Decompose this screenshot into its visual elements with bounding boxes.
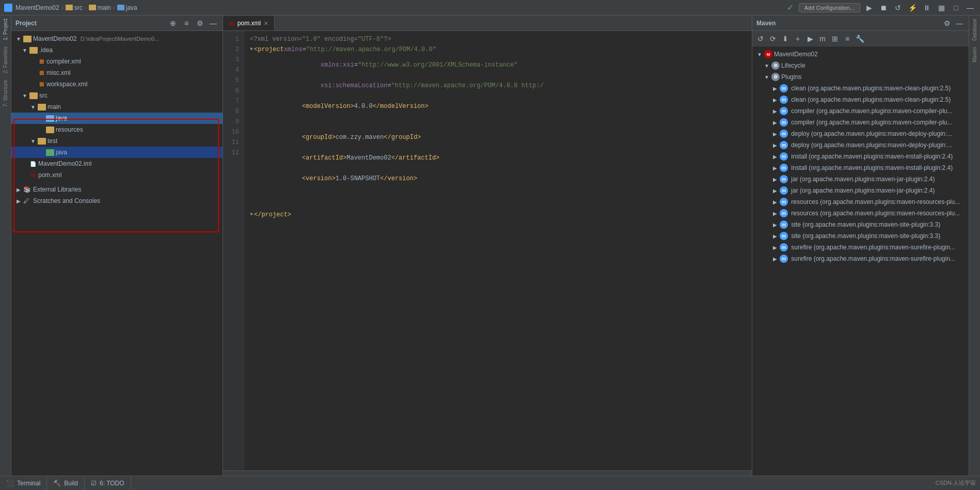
strip-structure-label[interactable]: 7: Structure — [3, 77, 8, 110]
pause-button[interactable]: ⏸ — [921, 2, 932, 13]
stop-button[interactable]: ⏹ — [878, 2, 889, 13]
horizontal-scrollbar[interactable] — [223, 470, 752, 476]
todo-tab[interactable]: ☑ 6: TODO — [85, 476, 131, 491]
build-tab[interactable]: 🔨 Build — [47, 476, 85, 491]
tree-item-iml[interactable]: 📄 MaventDemo02.iml — [11, 158, 223, 169]
maven-plugin-jar-1[interactable]: m jar (org.apache.maven.plugins:maven-ja… — [752, 173, 969, 185]
tab-close-pom[interactable]: × — [264, 19, 268, 27]
maven-plugin-install-1[interactable]: m install (org.apache.maven.plugins:mave… — [752, 151, 969, 162]
settings-button[interactable]: ⚙ — [195, 18, 205, 28]
tree-item-java[interactable]: java — [11, 113, 223, 124]
project-tree-wrapper: MaventDemo02 D:\ideaProject\MaventDemo0.… — [11, 31, 223, 476]
strip-database-label[interactable]: Database — [972, 15, 977, 44]
strip-favorites-label[interactable]: 2: Favorites — [3, 43, 8, 76]
breadcrumb-main: main — [98, 4, 111, 11]
maven-collapse-btn[interactable]: ≡ — [842, 34, 852, 44]
tree-item-src[interactable]: src — [11, 90, 223, 101]
maven-plugin-surefire-2[interactable]: m surefire (org.apache.maven.plugins:mav… — [752, 253, 969, 264]
maven-item-plugins[interactable]: ⚙ Plugins — [752, 71, 969, 83]
tree-item-workspace-xml[interactable]: ⊞ workspace.xml — [11, 78, 223, 90]
maven-plugins-label: Plugins — [781, 73, 801, 81]
run-button[interactable]: ▶ — [863, 2, 875, 13]
maven-item-root[interactable]: M MaventDemo02 — [752, 49, 969, 60]
debug-button[interactable]: ⚡ — [907, 2, 918, 13]
terminal-tab[interactable]: ⬛ Terminal — [0, 476, 47, 491]
tree-item-misc-xml[interactable]: ⊞ misc.xml — [11, 67, 223, 78]
maven-plugin-surefire-1[interactable]: m surefire (org.apache.maven.plugins:mav… — [752, 242, 969, 253]
maven-plugin-label-9: jar (org.apache.maven.plugins:maven-jar-… — [789, 176, 935, 183]
maven-run-btn[interactable]: ▶ — [805, 34, 815, 44]
tree-item-ext-libs[interactable]: 📚 External Libraries — [11, 184, 223, 195]
maven-plugin-label-1: clean (org.apache.maven.plugins:maven-cl… — [789, 85, 951, 92]
maven-plugin-compiler-1[interactable]: m compiler (org.apache.maven.plugins:mav… — [752, 105, 969, 117]
maven-download-btn[interactable]: ⬇ — [780, 34, 791, 44]
java-folder-icon — [117, 5, 124, 10]
maven-plugin-deploy-2[interactable]: m deploy (org.apache.maven.plugins:maven… — [752, 139, 969, 151]
tree-item-test-java[interactable]: java — [11, 147, 223, 158]
maven-close-button[interactable]: — — [954, 18, 965, 28]
maven-plugin-arrow-5 — [772, 131, 778, 137]
tree-label-main: main — [48, 103, 61, 110]
maven-plugin-arrow-13 — [772, 222, 778, 228]
maven-plugin-clean-1[interactable]: m clean (org.apache.maven.plugins:maven-… — [752, 83, 969, 94]
xml-file-icon: ⊞ — [38, 58, 45, 65]
maven-plugin-label-7: install (org.apache.maven.plugins:maven-… — [789, 153, 953, 160]
maven-add-btn[interactable]: + — [793, 34, 803, 44]
maven-plugin-site-2[interactable]: m site (org.apache.maven.plugins:maven-s… — [752, 230, 969, 242]
root-folder-icon — [23, 36, 31, 42]
maven-toggle-btn[interactable]: ⊞ — [830, 34, 840, 44]
maven-plugin-deploy-1[interactable]: m deploy (org.apache.maven.plugins:maven… — [752, 128, 969, 139]
code-line-11 — [250, 199, 746, 210]
tree-item-idea[interactable]: .idea — [11, 44, 223, 56]
strip-project-label[interactable]: 1: Project — [3, 15, 8, 43]
tree-item-pom[interactable]: m pom.xml — [11, 169, 223, 181]
rerun-button[interactable]: ↺ — [892, 2, 904, 13]
tree-item-main[interactable]: main — [11, 101, 223, 113]
tree-arrow-main — [30, 104, 36, 110]
tree-item-compiler-xml[interactable]: ⊞ compiler.xml — [11, 56, 223, 67]
maven-item-lifecycle[interactable]: ⚙ Lifecycle — [752, 60, 969, 71]
maven-plugin-icon-1: m — [780, 84, 788, 92]
maven-plugin-jar-2[interactable]: m jar (org.apache.maven.plugins:maven-ja… — [752, 185, 969, 196]
add-configuration-button[interactable]: Add Configuration... — [799, 3, 860, 12]
maven-plugin-arrow-12 — [772, 210, 778, 216]
editor-tab-pom[interactable]: m pom.xml × — [223, 16, 275, 30]
code-editor[interactable]: <?xml version="1.0" encoding="UTF-8"?> ▼… — [244, 31, 752, 470]
tree-item-root[interactable]: MaventDemo02 D:\ideaProject\MaventDemo0.… — [11, 33, 223, 44]
maven-plugin-label-4: compiler (org.apache.maven.plugins:maven… — [789, 119, 952, 126]
maven-refresh-btn[interactable]: ↺ — [755, 34, 766, 44]
maven-plugin-compiler-2[interactable]: m compiler (org.apache.maven.plugins:mav… — [752, 117, 969, 128]
main-folder-icon — [89, 5, 96, 10]
maven-plugin-arrow-15 — [772, 244, 778, 250]
layout-button[interactable]: ▦ — [936, 2, 947, 13]
collapse-button[interactable]: ≡ — [181, 18, 192, 28]
tree-item-test[interactable]: test — [11, 135, 223, 147]
code-line-1: <?xml version="1.0" encoding="UTF-8"?> — [250, 34, 746, 44]
maven-plugin-resources-1[interactable]: m resources (org.apache.maven.plugins:ma… — [752, 196, 969, 208]
maven-plugin-resources-2[interactable]: m resources (org.apache.maven.plugins:ma… — [752, 208, 969, 219]
maven-plugin-icon-11: m — [780, 198, 788, 206]
locate-button[interactable]: ⊕ — [168, 18, 178, 28]
maven-plugin-arrow-4 — [772, 119, 778, 125]
restore-button[interactable]: □ — [950, 2, 961, 13]
tree-item-scratches[interactable]: 🖊 Scratches and Consoles — [11, 195, 223, 207]
tree-label-workspace: workspace.xml — [46, 81, 87, 88]
editor-area: m pom.xml × 12345 678910 1112 <?xml vers… — [223, 15, 752, 476]
maven-plugin-install-2[interactable]: m install (org.apache.maven.plugins:mave… — [752, 162, 969, 173]
maven-update-btn[interactable]: ⟳ — [768, 34, 778, 44]
java-folder-icon-tree — [46, 115, 54, 122]
maven-tree[interactable]: M MaventDemo02 ⚙ Lifecycle ⚙ Plugins m c… — [752, 46, 969, 476]
code-line-4: xsi:schemaLocation="http://maven.apache.… — [250, 75, 746, 96]
bottom-bar: ⬛ Terminal 🔨 Build ☑ 6: TODO CSDN·人论宇宙 — [0, 476, 980, 490]
maven-profile-btn[interactable]: m — [817, 34, 828, 44]
maven-wrench-btn[interactable]: 🔧 — [855, 34, 865, 44]
maven-plugin-site-1[interactable]: m site (org.apache.maven.plugins:maven-s… — [752, 219, 969, 230]
project-tree[interactable]: MaventDemo02 D:\ideaProject\MaventDemo0.… — [11, 31, 223, 209]
maven-plugin-clean-2[interactable]: m clean (org.apache.maven.plugins:maven-… — [752, 94, 969, 105]
maven-settings-button[interactable]: ⚙ — [942, 18, 952, 28]
strip-maven-label[interactable]: Maven — [972, 44, 977, 66]
minimize-button[interactable]: — — [965, 2, 976, 13]
close-panel-button[interactable]: — — [208, 18, 218, 28]
tree-item-resources[interactable]: resources — [11, 124, 223, 135]
maven-toolbar: ↺ ⟳ ⬇ + ▶ m ⊞ ≡ 🔧 — [752, 31, 969, 46]
